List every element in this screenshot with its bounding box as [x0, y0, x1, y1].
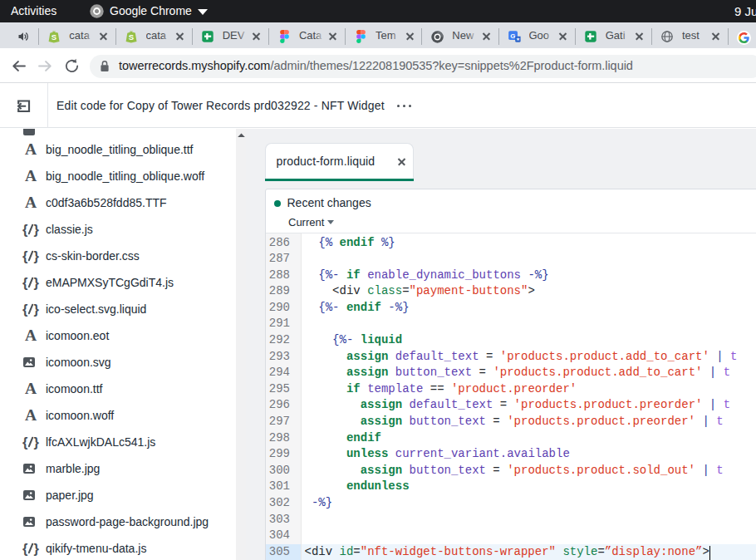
svg-text:}: }: [34, 302, 40, 317]
svg-text:{: {: [22, 302, 28, 317]
svg-text:}: }: [34, 541, 40, 556]
svg-text:{: {: [22, 248, 28, 263]
svg-text:{: {: [22, 275, 28, 290]
svg-text:}: }: [34, 248, 40, 263]
svg-text:{: {: [22, 222, 28, 237]
svg-text:{: {: [22, 435, 28, 449]
svg-text:G: G: [510, 32, 515, 40]
svg-text:{: {: [22, 541, 28, 556]
svg-text:}: }: [34, 222, 40, 237]
svg-text:}: }: [34, 275, 40, 290]
svg-text:S: S: [52, 32, 56, 42]
svg-text:}: }: [34, 435, 40, 449]
svg-text:S: S: [128, 32, 133, 42]
svg-text:★: ★: [515, 37, 519, 42]
